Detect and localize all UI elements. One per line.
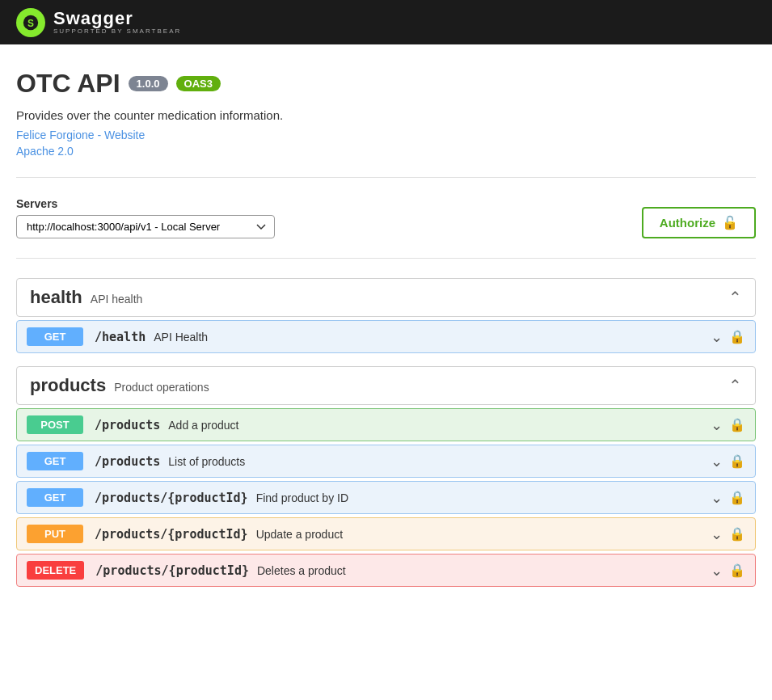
method-badge-delete: DELETE — [27, 561, 84, 580]
servers-left: Servers http://localhost:3000/api/v1 - L… — [16, 197, 275, 238]
endpoint-summary: Add a product — [168, 419, 711, 432]
endpoint-actions: ⌄ 🔒 — [711, 328, 745, 346]
lock-icon: 🔒 — [729, 490, 745, 505]
chevron-down-icon: ⌄ — [711, 328, 723, 346]
section-name-health: health — [30, 287, 82, 308]
license-link[interactable]: Apache 2.0 — [16, 145, 756, 158]
api-title-block: OTC API 1.0.0 OAS3 — [16, 69, 756, 99]
section-header-health[interactable]: health API health ⌃ — [16, 278, 756, 317]
method-badge-get: GET — [27, 452, 83, 470]
chevron-up-icon: ⌃ — [728, 376, 742, 395]
endpoint-summary: Find product by ID — [256, 491, 711, 504]
endpoint-path: /health — [95, 330, 146, 344]
logo-text: Swagger SUPPORTED BY SMARTBEAR — [53, 10, 181, 35]
chevron-down-icon: ⌄ — [711, 525, 723, 543]
author-link[interactable]: Felice Forgione - Website — [16, 129, 756, 141]
method-badge-post: POST — [27, 415, 83, 434]
endpoint-actions: ⌄ 🔒 — [711, 416, 745, 434]
endpoint-actions: ⌄ 🔒 — [711, 525, 745, 543]
endpoint-row-health-0[interactable]: GET /health API Health ⌄ 🔒 — [16, 320, 756, 353]
endpoint-row-products-0[interactable]: POST /products Add a product ⌄ 🔒 — [16, 408, 756, 441]
divider-2 — [16, 258, 756, 259]
app-header: S Swagger SUPPORTED BY SMARTBEAR — [0, 0, 772, 44]
main-content: OTC API 1.0.0 OAS3 Provides over the cou… — [0, 44, 772, 624]
lock-icon: 🔒 — [729, 563, 745, 578]
lock-icon: 🔓 — [722, 215, 738, 230]
lock-icon: 🔒 — [729, 526, 745, 542]
endpoint-row-products-3[interactable]: PUT /products/{productId} Update a produ… — [16, 517, 756, 550]
authorize-button[interactable]: Authorize 🔓 — [642, 207, 756, 238]
server-select[interactable]: http://localhost:3000/api/v1 - Local Ser… — [16, 215, 275, 238]
section-health: health API health ⌃ GET /health API Heal… — [16, 278, 756, 353]
divider-1 — [16, 177, 756, 178]
swagger-wordmark: Swagger — [53, 10, 181, 27]
endpoint-summary: API Health — [154, 331, 711, 344]
servers-section: Servers http://localhost:3000/api/v1 - L… — [16, 197, 756, 238]
chevron-up-icon: ⌃ — [728, 288, 742, 307]
chevron-down-icon: ⌄ — [711, 489, 723, 507]
lock-icon: 🔒 — [729, 417, 745, 432]
section-name-products: products — [30, 375, 106, 396]
method-badge-put: PUT — [27, 525, 83, 543]
endpoint-actions: ⌄ 🔒 — [711, 562, 745, 580]
lock-icon: 🔒 — [729, 453, 745, 469]
endpoint-actions: ⌄ 🔒 — [711, 489, 745, 507]
section-title-health: health API health — [30, 287, 142, 308]
svg-text:S: S — [27, 17, 34, 28]
logo-sub-text: SUPPORTED BY SMARTBEAR — [53, 27, 181, 35]
endpoint-path: /products — [95, 454, 160, 469]
lock-icon: 🔒 — [729, 329, 745, 344]
endpoint-row-products-2[interactable]: GET /products/{productId} Find product b… — [16, 481, 756, 514]
endpoint-path: /products/{productId} — [95, 563, 249, 578]
endpoint-summary: List of products — [168, 455, 711, 468]
section-desc-health: API health — [91, 293, 143, 306]
oas-badge: OAS3 — [176, 76, 221, 91]
endpoint-summary: Update a product — [256, 528, 711, 541]
section-desc-products: Product operations — [114, 381, 209, 394]
swagger-logo: S — [16, 8, 45, 37]
endpoint-actions: ⌄ 🔒 — [711, 453, 745, 470]
api-title: OTC API — [16, 69, 120, 99]
method-badge-get: GET — [27, 488, 83, 507]
section-title-products: products Product operations — [30, 375, 209, 396]
endpoint-row-products-4[interactable]: DELETE /products/{productId} Deletes a p… — [16, 554, 756, 587]
section-header-products[interactable]: products Product operations ⌃ — [16, 366, 756, 405]
endpoint-summary: Deletes a product — [257, 564, 711, 577]
endpoint-path: /products/{productId} — [95, 527, 248, 542]
version-badge: 1.0.0 — [129, 76, 168, 91]
api-description: Provides over the counter medication inf… — [16, 108, 756, 122]
authorize-label: Authorize — [660, 216, 715, 230]
sections-container: health API health ⌃ GET /health API Heal… — [16, 278, 756, 587]
endpoint-path: /products/{productId} — [95, 491, 248, 505]
chevron-down-icon: ⌄ — [711, 453, 723, 470]
section-products: products Product operations ⌃ POST /prod… — [16, 366, 756, 587]
chevron-down-icon: ⌄ — [711, 416, 723, 434]
servers-label: Servers — [16, 197, 275, 210]
endpoint-path: /products — [95, 418, 160, 432]
chevron-down-icon: ⌄ — [711, 562, 723, 580]
endpoint-row-products-1[interactable]: GET /products List of products ⌄ 🔒 — [16, 445, 756, 478]
method-badge-get: GET — [27, 327, 83, 346]
